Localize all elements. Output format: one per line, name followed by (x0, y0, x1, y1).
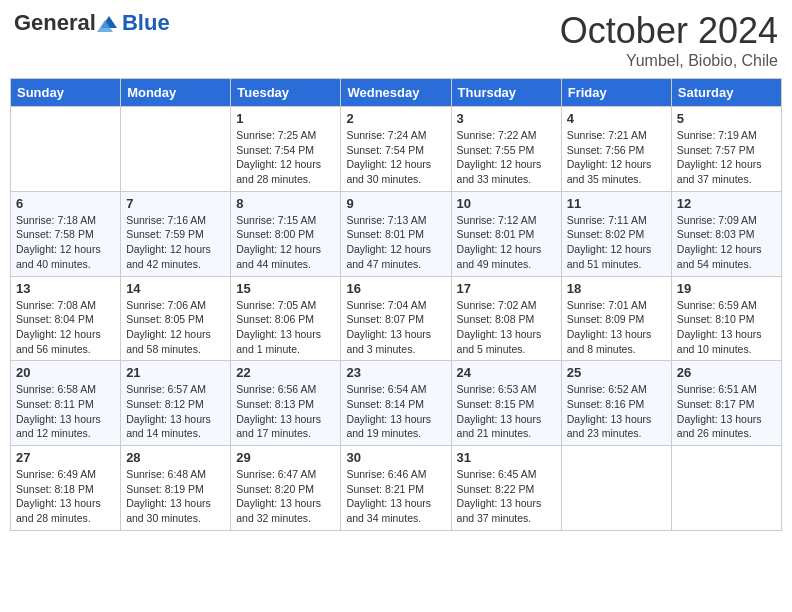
day-number: 12 (677, 196, 776, 211)
calendar-cell: 11 Sunrise: 7:11 AMSunset: 8:02 PMDaylig… (561, 191, 671, 276)
day-number: 1 (236, 111, 335, 126)
calendar-cell: 15 Sunrise: 7:05 AMSunset: 8:06 PMDaylig… (231, 276, 341, 361)
calendar-cell: 22 Sunrise: 6:56 AMSunset: 8:13 PMDaylig… (231, 361, 341, 446)
day-detail: Sunrise: 7:12 AMSunset: 8:01 PMDaylight:… (457, 213, 556, 272)
day-header-sunday: Sunday (11, 79, 121, 107)
day-detail: Sunrise: 7:11 AMSunset: 8:02 PMDaylight:… (567, 213, 666, 272)
calendar-week-row: 20 Sunrise: 6:58 AMSunset: 8:11 PMDaylig… (11, 361, 782, 446)
day-number: 7 (126, 196, 225, 211)
calendar-cell: 20 Sunrise: 6:58 AMSunset: 8:11 PMDaylig… (11, 361, 121, 446)
calendar-cell: 6 Sunrise: 7:18 AMSunset: 7:58 PMDayligh… (11, 191, 121, 276)
day-detail: Sunrise: 6:46 AMSunset: 8:21 PMDaylight:… (346, 467, 445, 526)
day-detail: Sunrise: 7:06 AMSunset: 8:05 PMDaylight:… (126, 298, 225, 357)
calendar-cell: 21 Sunrise: 6:57 AMSunset: 8:12 PMDaylig… (121, 361, 231, 446)
day-detail: Sunrise: 7:24 AMSunset: 7:54 PMDaylight:… (346, 128, 445, 187)
day-number: 3 (457, 111, 556, 126)
day-detail: Sunrise: 7:16 AMSunset: 7:59 PMDaylight:… (126, 213, 225, 272)
day-detail: Sunrise: 6:53 AMSunset: 8:15 PMDaylight:… (457, 382, 556, 441)
calendar-cell (121, 107, 231, 192)
day-detail: Sunrise: 6:59 AMSunset: 8:10 PMDaylight:… (677, 298, 776, 357)
calendar-cell: 27 Sunrise: 6:49 AMSunset: 8:18 PMDaylig… (11, 446, 121, 531)
day-number: 8 (236, 196, 335, 211)
calendar-cell: 29 Sunrise: 6:47 AMSunset: 8:20 PMDaylig… (231, 446, 341, 531)
calendar-cell: 28 Sunrise: 6:48 AMSunset: 8:19 PMDaylig… (121, 446, 231, 531)
calendar-cell: 13 Sunrise: 7:08 AMSunset: 8:04 PMDaylig… (11, 276, 121, 361)
day-number: 14 (126, 281, 225, 296)
day-number: 17 (457, 281, 556, 296)
day-detail: Sunrise: 6:57 AMSunset: 8:12 PMDaylight:… (126, 382, 225, 441)
day-detail: Sunrise: 6:45 AMSunset: 8:22 PMDaylight:… (457, 467, 556, 526)
day-header-saturday: Saturday (671, 79, 781, 107)
day-number: 9 (346, 196, 445, 211)
calendar-cell: 5 Sunrise: 7:19 AMSunset: 7:57 PMDayligh… (671, 107, 781, 192)
calendar-cell: 4 Sunrise: 7:21 AMSunset: 7:56 PMDayligh… (561, 107, 671, 192)
calendar-cell: 26 Sunrise: 6:51 AMSunset: 8:17 PMDaylig… (671, 361, 781, 446)
calendar-cell: 16 Sunrise: 7:04 AMSunset: 8:07 PMDaylig… (341, 276, 451, 361)
logo: General Blue (14, 10, 170, 36)
day-number: 6 (16, 196, 115, 211)
subtitle: Yumbel, Biobio, Chile (560, 52, 778, 70)
day-detail: Sunrise: 6:48 AMSunset: 8:19 PMDaylight:… (126, 467, 225, 526)
day-header-thursday: Thursday (451, 79, 561, 107)
page-header: General Blue October 2024 Yumbel, Biobio… (10, 10, 782, 70)
day-detail: Sunrise: 7:19 AMSunset: 7:57 PMDaylight:… (677, 128, 776, 187)
day-number: 18 (567, 281, 666, 296)
calendar-header-row: SundayMondayTuesdayWednesdayThursdayFrid… (11, 79, 782, 107)
day-number: 29 (236, 450, 335, 465)
day-detail: Sunrise: 7:21 AMSunset: 7:56 PMDaylight:… (567, 128, 666, 187)
day-number: 15 (236, 281, 335, 296)
calendar-cell: 2 Sunrise: 7:24 AMSunset: 7:54 PMDayligh… (341, 107, 451, 192)
calendar-cell: 7 Sunrise: 7:16 AMSunset: 7:59 PMDayligh… (121, 191, 231, 276)
calendar-table: SundayMondayTuesdayWednesdayThursdayFrid… (10, 78, 782, 531)
calendar-cell: 31 Sunrise: 6:45 AMSunset: 8:22 PMDaylig… (451, 446, 561, 531)
month-title: October 2024 (560, 10, 778, 52)
day-detail: Sunrise: 7:09 AMSunset: 8:03 PMDaylight:… (677, 213, 776, 272)
calendar-cell: 24 Sunrise: 6:53 AMSunset: 8:15 PMDaylig… (451, 361, 561, 446)
day-detail: Sunrise: 7:22 AMSunset: 7:55 PMDaylight:… (457, 128, 556, 187)
day-header-tuesday: Tuesday (231, 79, 341, 107)
day-number: 27 (16, 450, 115, 465)
calendar-cell: 19 Sunrise: 6:59 AMSunset: 8:10 PMDaylig… (671, 276, 781, 361)
calendar-cell: 10 Sunrise: 7:12 AMSunset: 8:01 PMDaylig… (451, 191, 561, 276)
calendar-week-row: 1 Sunrise: 7:25 AMSunset: 7:54 PMDayligh… (11, 107, 782, 192)
day-detail: Sunrise: 7:25 AMSunset: 7:54 PMDaylight:… (236, 128, 335, 187)
day-detail: Sunrise: 7:15 AMSunset: 8:00 PMDaylight:… (236, 213, 335, 272)
title-block: October 2024 Yumbel, Biobio, Chile (560, 10, 778, 70)
day-number: 22 (236, 365, 335, 380)
day-detail: Sunrise: 6:49 AMSunset: 8:18 PMDaylight:… (16, 467, 115, 526)
day-detail: Sunrise: 6:51 AMSunset: 8:17 PMDaylight:… (677, 382, 776, 441)
calendar-cell (11, 107, 121, 192)
day-number: 31 (457, 450, 556, 465)
calendar-cell: 30 Sunrise: 6:46 AMSunset: 8:21 PMDaylig… (341, 446, 451, 531)
logo-blue-text: Blue (122, 10, 170, 36)
day-detail: Sunrise: 7:05 AMSunset: 8:06 PMDaylight:… (236, 298, 335, 357)
calendar-cell: 23 Sunrise: 6:54 AMSunset: 8:14 PMDaylig… (341, 361, 451, 446)
calendar-cell: 9 Sunrise: 7:13 AMSunset: 8:01 PMDayligh… (341, 191, 451, 276)
day-detail: Sunrise: 7:02 AMSunset: 8:08 PMDaylight:… (457, 298, 556, 357)
day-detail: Sunrise: 6:47 AMSunset: 8:20 PMDaylight:… (236, 467, 335, 526)
day-number: 20 (16, 365, 115, 380)
calendar-cell: 1 Sunrise: 7:25 AMSunset: 7:54 PMDayligh… (231, 107, 341, 192)
day-number: 23 (346, 365, 445, 380)
calendar-cell: 25 Sunrise: 6:52 AMSunset: 8:16 PMDaylig… (561, 361, 671, 446)
day-number: 11 (567, 196, 666, 211)
logo-icon (97, 14, 121, 32)
day-detail: Sunrise: 6:54 AMSunset: 8:14 PMDaylight:… (346, 382, 445, 441)
calendar-week-row: 27 Sunrise: 6:49 AMSunset: 8:18 PMDaylig… (11, 446, 782, 531)
calendar-cell: 14 Sunrise: 7:06 AMSunset: 8:05 PMDaylig… (121, 276, 231, 361)
logo-general-text: General (14, 10, 96, 36)
calendar-cell: 17 Sunrise: 7:02 AMSunset: 8:08 PMDaylig… (451, 276, 561, 361)
calendar-week-row: 13 Sunrise: 7:08 AMSunset: 8:04 PMDaylig… (11, 276, 782, 361)
day-number: 19 (677, 281, 776, 296)
day-number: 25 (567, 365, 666, 380)
day-number: 24 (457, 365, 556, 380)
day-header-wednesday: Wednesday (341, 79, 451, 107)
day-detail: Sunrise: 7:18 AMSunset: 7:58 PMDaylight:… (16, 213, 115, 272)
day-detail: Sunrise: 6:52 AMSunset: 8:16 PMDaylight:… (567, 382, 666, 441)
day-header-friday: Friday (561, 79, 671, 107)
day-number: 21 (126, 365, 225, 380)
day-number: 10 (457, 196, 556, 211)
calendar-cell: 18 Sunrise: 7:01 AMSunset: 8:09 PMDaylig… (561, 276, 671, 361)
day-number: 26 (677, 365, 776, 380)
day-number: 28 (126, 450, 225, 465)
